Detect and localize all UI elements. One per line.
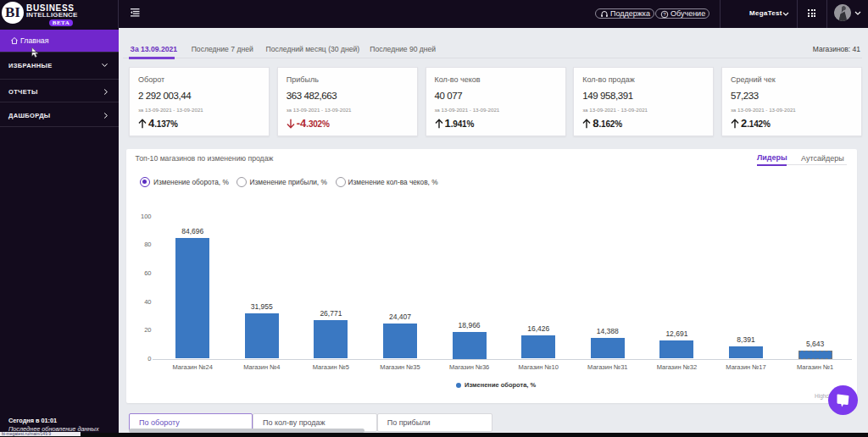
svg-text:?: ? xyxy=(663,12,665,17)
